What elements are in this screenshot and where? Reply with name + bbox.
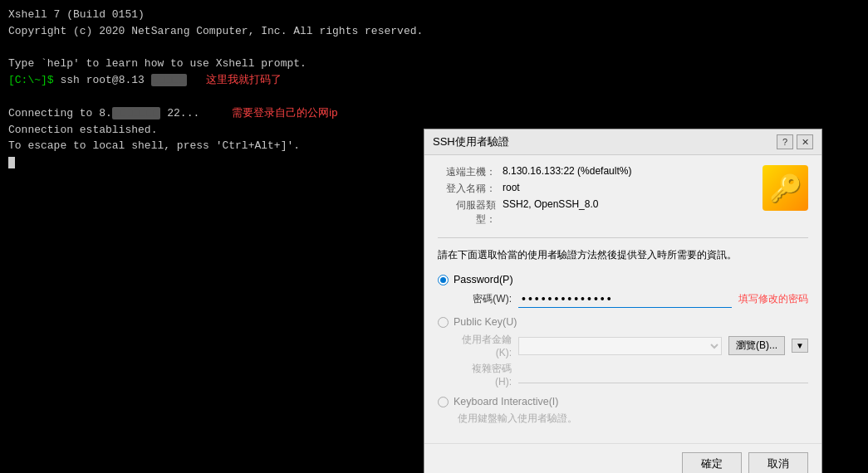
remote-host-value: 8.130.16.133:22 (%default%) bbox=[503, 165, 631, 179]
password-radio[interactable] bbox=[438, 275, 449, 285]
terminal-connecting-text: Connecting to 8. bbox=[8, 107, 112, 119]
password-field-row: 密碼(W): 填写修改的密码 bbox=[458, 290, 808, 308]
remote-host-row: 遠端主機： 8.130.16.133:22 (%default%) bbox=[438, 165, 754, 179]
terminal-line-1: Xshell 7 (Build 0151) bbox=[8, 7, 860, 23]
terminal-connecting-ip: ■■■■■■■ bbox=[112, 107, 161, 119]
terminal-cursor bbox=[8, 157, 15, 168]
password-option-group: Password(P) 密碼(W): 填写修改的密码 bbox=[438, 274, 808, 308]
user-key-select[interactable] bbox=[518, 337, 722, 355]
ok-button[interactable]: 確定 bbox=[682, 452, 742, 473]
user-key-row: 使用者金鑰(K): 瀏覽(B)... ▼ bbox=[458, 333, 808, 358]
server-type-value: SSH2, OpenSSH_8.0 bbox=[503, 198, 598, 227]
auth-section: Password(P) 密碼(W): 填写修改的密码 Public Key(U) bbox=[438, 274, 808, 425]
terminal-blank-line bbox=[8, 39, 860, 56]
user-icon: 🔑 bbox=[763, 165, 808, 211]
publickey-option-group: Public Key(U) 使用者金鑰(K): 瀏覽(B)... ▼ 複雜密碼(… bbox=[438, 316, 808, 388]
server-type-label: 伺服器類型： bbox=[438, 198, 496, 227]
publickey-option-header[interactable]: Public Key(U) bbox=[438, 316, 808, 328]
keyboard-option-label: Keyboard Interactive(I) bbox=[454, 396, 558, 407]
password-input[interactable] bbox=[518, 290, 732, 308]
keyboard-radio[interactable] bbox=[438, 397, 449, 407]
terminal-help-line: Type `help' to learn how to use Xshell p… bbox=[8, 56, 860, 72]
terminal-connecting-port: 22... bbox=[167, 107, 199, 119]
terminal-blank-2 bbox=[8, 89, 860, 105]
passphrase-row: 複雜密碼(H): bbox=[458, 362, 808, 388]
keyboard-option-group: Keyboard Interactive(I) 使用鍵盤輸入使用者驗證。 bbox=[438, 396, 808, 425]
terminal-help-text: Type `help' to learn how to use Xshell p… bbox=[8, 57, 306, 70]
keyboard-desc: 使用鍵盤輸入使用者驗證。 bbox=[458, 412, 808, 425]
keyboard-option-header[interactable]: Keyboard Interactive(I) bbox=[438, 396, 808, 407]
dialog-footer: 確定 取消 bbox=[424, 443, 821, 473]
terminal-escape-text: To escape to local shell, press 'Ctrl+Al… bbox=[8, 139, 300, 152]
terminal-annotation-1: 这里我就打码了 bbox=[206, 73, 282, 85]
browse-dropdown[interactable]: ▼ bbox=[792, 339, 808, 353]
terminal-command-line: [C:\~]$ ssh root@8.13 ■■■■■ 这里我就打码了 bbox=[8, 71, 860, 89]
password-option-header[interactable]: Password(P) bbox=[438, 274, 808, 285]
instruction-text: 請在下面選取恰當的使用者驗證方法然後提供登入時所需要的資訊。 bbox=[438, 248, 808, 262]
terminal-connecting-line: Connecting to 8.■■■■■■■ 22... 需要登录自己的公网i… bbox=[8, 105, 860, 122]
ssh-auth-dialog[interactable]: SSH使用者驗證 ? ✕ 遠端主機： 8.130.16.133:22 (%def… bbox=[424, 129, 822, 473]
terminal-annotation-2: 需要登录自己的公网ip bbox=[232, 106, 337, 119]
login-name-value: root bbox=[503, 182, 520, 196]
help-button[interactable]: ? bbox=[777, 134, 793, 149]
terminal-ip-blur: ■■■■■ bbox=[151, 74, 187, 86]
cancel-button[interactable]: 取消 bbox=[748, 452, 808, 473]
terminal-command-text: ssh root@8.13 bbox=[60, 74, 144, 86]
dialog-titlebar: SSH使用者驗證 ? ✕ bbox=[424, 129, 821, 155]
user-key-emoji: 🔑 bbox=[769, 173, 802, 204]
publickey-radio[interactable] bbox=[438, 317, 449, 328]
browse-button[interactable]: 瀏覽(B)... bbox=[728, 336, 785, 355]
password-field-label: 密碼(W): bbox=[458, 292, 512, 306]
info-fields: 遠端主機： 8.130.16.133:22 (%default%) 登入名稱： … bbox=[438, 165, 754, 229]
terminal-established-text: Connection established. bbox=[8, 124, 157, 136]
password-option-label: Password(P) bbox=[454, 274, 513, 285]
terminal-copyright-text: Copyright (c) 2020 NetSarang Computer, I… bbox=[8, 25, 423, 37]
login-name-label: 登入名稱： bbox=[438, 182, 496, 196]
close-button[interactable]: ✕ bbox=[797, 134, 813, 149]
dialog-title: SSH使用者驗證 bbox=[433, 134, 509, 149]
terminal-prompt: [C:\~]$ bbox=[8, 74, 54, 86]
password-annotation: 填写修改的密码 bbox=[738, 292, 808, 306]
dialog-content: 遠端主機： 8.130.16.133:22 (%default%) 登入名稱： … bbox=[424, 155, 821, 443]
terminal-title-text: Xshell 7 (Build 0151) bbox=[8, 8, 145, 21]
terminal-line-2: Copyright (c) 2020 NetSarang Computer, I… bbox=[8, 23, 860, 40]
info-section: 遠端主機： 8.130.16.133:22 (%default%) 登入名稱： … bbox=[438, 165, 808, 238]
remote-host-label: 遠端主機： bbox=[438, 165, 496, 179]
titlebar-buttons: ? ✕ bbox=[777, 134, 813, 149]
server-type-row: 伺服器類型： SSH2, OpenSSH_8.0 bbox=[438, 198, 754, 227]
login-name-row: 登入名稱： root bbox=[438, 182, 754, 196]
passphrase-input[interactable] bbox=[518, 367, 808, 383]
user-key-label: 使用者金鑰(K): bbox=[458, 333, 512, 358]
publickey-option-label: Public Key(U) bbox=[454, 316, 517, 328]
passphrase-label: 複雜密碼(H): bbox=[458, 362, 512, 388]
